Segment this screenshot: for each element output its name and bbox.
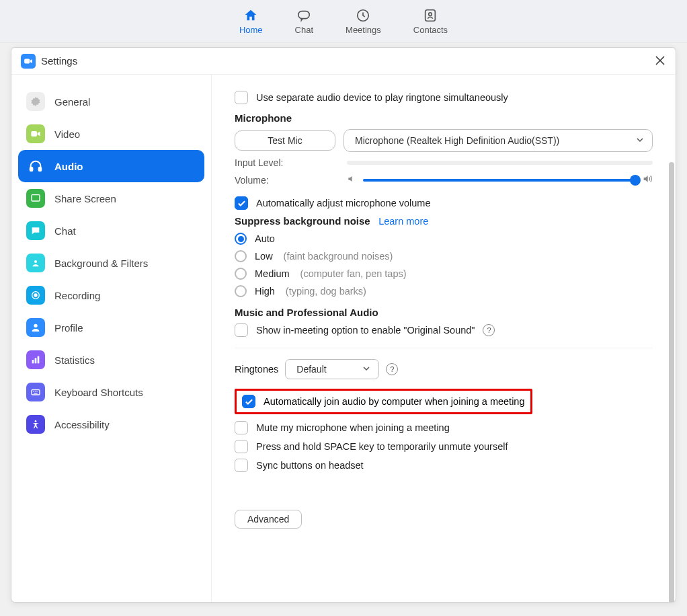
help-icon[interactable]: ? <box>386 363 398 375</box>
svg-rect-16 <box>38 356 40 364</box>
nav-meetings[interactable]: Meetings <box>346 7 381 35</box>
nav-chat-label: Chat <box>295 25 313 35</box>
auto-join-label: Automatically join audio by computer whe… <box>264 396 525 407</box>
svg-point-13 <box>34 324 37 328</box>
svg-point-3 <box>429 13 432 16</box>
radio-checked[interactable] <box>235 233 247 245</box>
ringtones-label: Ringtones <box>235 364 278 375</box>
sidebar-label: Background & Filters <box>54 258 148 269</box>
scrollbar-thumb[interactable] <box>669 162 674 602</box>
sidebar-item-background[interactable]: Background & Filters <box>18 247 204 279</box>
radio-unchecked[interactable] <box>235 268 247 280</box>
svg-rect-15 <box>35 358 37 363</box>
video-icon <box>26 124 45 143</box>
sidebar-label: General <box>54 96 90 108</box>
nav-contacts[interactable]: Contacts <box>413 7 448 35</box>
input-level-label: Input Level: <box>235 157 339 168</box>
checkbox-unchecked[interactable] <box>235 91 248 104</box>
svg-point-22 <box>35 420 37 422</box>
checkbox-checked[interactable] <box>242 395 255 408</box>
separate-device-option[interactable]: Use separate audio device to play ringto… <box>235 91 653 104</box>
suppress-low-hint: (faint background noises) <box>284 251 393 262</box>
sidebar-label: Recording <box>54 290 100 301</box>
sidebar-label: Chat <box>54 225 76 237</box>
suppress-auto-label: Auto <box>255 233 275 244</box>
microphone-heading: Microphone <box>235 112 653 124</box>
suppress-medium-hint: (computer fan, pen taps) <box>300 268 407 279</box>
test-mic-button[interactable]: Test Mic <box>235 130 335 151</box>
suppress-auto[interactable]: Auto <box>235 233 653 245</box>
help-icon[interactable]: ? <box>483 324 495 336</box>
svg-point-10 <box>34 260 37 263</box>
volume-slider[interactable] <box>363 179 635 182</box>
suppress-medium-label: Medium <box>255 268 290 279</box>
sidebar-label: Video <box>54 128 80 140</box>
learn-more-link[interactable]: Learn more <box>378 216 428 227</box>
suppress-heading: Suppress background noise <box>235 215 370 227</box>
settings-content: Use separate audio device to play ringto… <box>212 75 676 602</box>
mic-device-select[interactable]: Microphone (Realtek High Definition Audi… <box>344 129 653 152</box>
nav-chat[interactable]: Chat <box>295 7 313 35</box>
svg-rect-21 <box>34 393 37 393</box>
checkbox-unchecked[interactable] <box>235 440 248 453</box>
app-topbar: Home Chat Meetings Contacts <box>0 0 687 43</box>
sidebar-item-statistics[interactable]: Statistics <box>18 344 204 376</box>
space-unmute-label: Press and hold SPACE key to temporarily … <box>256 441 508 452</box>
auto-adjust-option[interactable]: Automatically adjust microphone volume <box>235 196 653 210</box>
suppress-low-label: Low <box>255 251 273 262</box>
sync-headset-option[interactable]: Sync buttons on headset <box>235 459 653 472</box>
radio-unchecked[interactable] <box>235 285 247 297</box>
sidebar-item-accessibility[interactable]: Accessibility <box>18 408 204 440</box>
separate-device-label: Use separate audio device to play ringto… <box>256 92 508 103</box>
advanced-button[interactable]: Advanced <box>235 510 302 529</box>
settings-sidebar: General Video Audio Share Screen Chat Ba… <box>11 75 212 602</box>
highlight-box: Automatically join audio by computer whe… <box>235 389 532 414</box>
share-screen-icon <box>26 189 45 208</box>
sidebar-item-profile[interactable]: Profile <box>18 311 204 344</box>
chevron-down-icon <box>362 364 370 375</box>
radio-unchecked[interactable] <box>235 250 247 262</box>
auto-adjust-label: Automatically adjust microphone volume <box>256 198 431 208</box>
nav-home[interactable]: Home <box>239 7 263 35</box>
sidebar-item-general[interactable]: General <box>18 85 204 118</box>
chevron-down-icon <box>636 135 644 146</box>
volume-label: Volume: <box>235 175 339 186</box>
sidebar-item-share-screen[interactable]: Share Screen <box>18 182 204 215</box>
sidebar-item-video[interactable]: Video <box>18 118 204 150</box>
ringtone-select[interactable]: Default <box>285 359 379 379</box>
suppress-medium[interactable]: Medium (computer fan, pen taps) <box>235 268 653 280</box>
sidebar-item-recording[interactable]: Recording <box>18 279 204 311</box>
nav-home-label: Home <box>239 25 263 35</box>
scrollbar-track[interactable] <box>669 75 674 602</box>
stats-icon <box>26 350 45 369</box>
suppress-high-hint: (typing, dog barks) <box>286 286 366 297</box>
close-button[interactable] <box>654 54 666 67</box>
accessibility-icon <box>26 415 45 434</box>
checkbox-unchecked[interactable] <box>235 459 248 472</box>
headphones-icon <box>26 157 45 176</box>
ringtone-value: Default <box>296 364 326 375</box>
suppress-high[interactable]: High (typing, dog barks) <box>235 285 653 297</box>
checkbox-checked[interactable] <box>235 196 248 210</box>
window-titlebar: Settings <box>11 48 676 75</box>
svg-rect-9 <box>32 195 40 201</box>
original-sound-label: Show in-meeting option to enable "Origin… <box>256 325 475 336</box>
suppress-high-label: High <box>255 286 275 297</box>
svg-rect-6 <box>31 131 37 137</box>
sync-headset-label: Sync buttons on headset <box>256 460 364 471</box>
sidebar-item-keyboard[interactable]: Keyboard Shortcuts <box>18 376 204 408</box>
sidebar-item-chat[interactable]: Chat <box>18 215 204 247</box>
mute-join-option[interactable]: Mute my microphone when joining a meetin… <box>235 421 653 434</box>
original-sound-option[interactable]: Show in-meeting option to enable "Origin… <box>235 323 653 337</box>
checkbox-unchecked[interactable] <box>235 323 248 337</box>
space-unmute-option[interactable]: Press and hold SPACE key to temporarily … <box>235 440 653 453</box>
background-icon <box>26 254 45 272</box>
checkbox-unchecked[interactable] <box>235 421 248 434</box>
sidebar-item-audio[interactable]: Audio <box>18 150 204 182</box>
input-level-meter <box>347 161 653 165</box>
nav-contacts-label: Contacts <box>413 25 448 35</box>
slider-thumb[interactable] <box>630 175 641 186</box>
svg-point-19 <box>35 391 36 392</box>
suppress-low[interactable]: Low (faint background noises) <box>235 250 653 262</box>
sidebar-label: Profile <box>54 322 83 334</box>
